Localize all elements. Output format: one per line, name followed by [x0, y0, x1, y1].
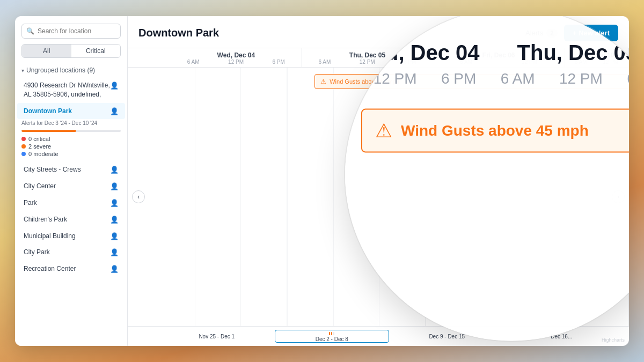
circle-warning-icon: ⚠: [375, 119, 392, 142]
location-name: Park: [24, 198, 110, 208]
progress-bar-fill: [21, 130, 76, 132]
location-name: City Park: [24, 248, 110, 257]
alert-counts: 0 critical 2 severe 0 moderate: [15, 135, 127, 161]
location-name: Children's Park: [24, 215, 110, 224]
mini-range-label: Dec 9 - Dec 15: [429, 334, 465, 339]
user-icon: 👤: [110, 107, 119, 115]
location-item-recreation[interactable]: Recreation Center 👤: [17, 261, 125, 277]
location-name: Recreation Center: [24, 264, 110, 274]
location-item[interactable]: 4930 Research Dr NWntsville, AL 35805-59…: [17, 77, 125, 103]
time-label: 12 PM: [228, 59, 244, 65]
highcharts-credit: Highcharts: [602, 337, 625, 343]
mini-range-label: Dec 2 - Dec 8: [316, 336, 348, 342]
filter-tab-critical[interactable]: Critical: [71, 45, 121, 57]
filter-tab-all[interactable]: All: [22, 45, 71, 57]
alert-count-severe: 2 severe: [21, 143, 121, 150]
mini-range-label: Nov 25 - Dec 1: [199, 334, 235, 339]
user-icon: 👤: [110, 265, 119, 273]
alert-count-critical: 0 critical: [21, 136, 121, 142]
circle-time: 6 PM: [441, 70, 476, 87]
progress-bar: [21, 130, 121, 132]
ungrouped-header[interactable]: ▾ Ungrouped locations (9): [15, 63, 127, 77]
circle-alert-text: Wind Gusts above 45 mph: [401, 122, 589, 139]
circle-date-2: Thu, Dec 05: [517, 40, 629, 64]
user-icon: 👤: [110, 248, 119, 256]
dot-red: [21, 137, 26, 141]
main-content: Downtown Park Alerts 2 + New alert Wed, …: [128, 16, 629, 346]
location-name: City Center: [24, 182, 110, 191]
circle-time: 6 P: [627, 70, 629, 87]
mini-tick: [331, 332, 332, 335]
location-item-childrens-park[interactable]: Children's Park 👤: [17, 211, 125, 228]
user-icon: 👤: [110, 182, 119, 190]
grid-subcol: [195, 68, 241, 326]
time-label: 12 PM: [360, 59, 375, 65]
location-item-city-park[interactable]: City Park 👤: [17, 244, 125, 261]
circle-time: 12 PM: [559, 70, 603, 87]
chevron-down-icon: ▾: [21, 68, 24, 73]
circle-alert-bar: ⚠ Wind Gusts above 45 mph: [361, 108, 629, 152]
location-name-downtown-park: Downtown Park: [24, 107, 110, 116]
location-item-downtown-park[interactable]: Downtown Park 👤: [17, 103, 125, 120]
time-label: 6 PM: [273, 59, 285, 65]
time-label: 6 AM: [187, 59, 200, 65]
grid-col: [149, 68, 288, 326]
alerts-sub: Alerts for Dec 3 '24 - Dec 10 '24: [15, 119, 127, 128]
user-icon: 👤: [110, 82, 119, 90]
user-icon: 👤: [110, 232, 119, 240]
user-icon: 👤: [110, 216, 119, 224]
critical-count-label: 0 critical: [28, 136, 50, 142]
location-item-city-center[interactable]: City Center 👤: [17, 178, 125, 195]
mini-range-nov25[interactable]: Nov 25 - Dec 1: [160, 330, 274, 343]
dot-orange: [21, 144, 26, 149]
filter-tabs: All Critical: [21, 44, 121, 58]
sidebar: 🔍 All Critical ▾ Ungrouped locations (9)…: [15, 16, 128, 346]
search-icon: 🔍: [26, 27, 34, 35]
grid-subcol: [241, 68, 287, 326]
timeline-prev-button[interactable]: ‹: [132, 190, 145, 203]
grid-subcol: [149, 68, 195, 326]
time-sub-wed: 6 AM 12 PM 6 PM: [171, 59, 302, 65]
time-label: 6 AM: [318, 59, 331, 65]
moderate-count-label: 0 moderate: [28, 151, 58, 157]
circle-time-row: 12 PM 6 PM 6 AM 12 PM 6 P: [345, 70, 629, 98]
location-item-city-streets[interactable]: City Streets - Crews 👤: [17, 161, 125, 178]
user-icon: 👤: [110, 166, 119, 174]
day-col-wed: Wed, Dec 04 6 AM 12 PM 6 PM: [171, 48, 302, 67]
dot-blue: [21, 152, 26, 156]
grid-subcol: [288, 68, 334, 326]
alert-count-moderate: 0 moderate: [21, 151, 121, 157]
search-bar[interactable]: 🔍: [21, 24, 121, 39]
location-name: City Streets - Crews: [24, 165, 110, 174]
mini-tick: [333, 332, 334, 335]
mini-range-dec2[interactable]: Dec 2 - Dec 8: [275, 330, 390, 343]
day-label-wed: Wed, Dec 04: [171, 51, 302, 59]
page-title: Downtown Park: [138, 27, 219, 39]
mini-tick: [329, 332, 330, 335]
ungrouped-label: Ungrouped locations (9): [26, 67, 95, 74]
location-item-park[interactable]: Park 👤: [17, 195, 125, 211]
location-name: Municipal Building: [24, 232, 110, 241]
circle-time: 12 PM: [374, 70, 417, 87]
location-name: 4930 Research Dr NWntsville, AL 35805-59…: [24, 81, 110, 99]
search-input[interactable]: [38, 27, 116, 35]
user-icon: 👤: [110, 199, 119, 207]
location-item-municipal[interactable]: Municipal Building 👤: [17, 228, 125, 245]
severe-count-label: 2 severe: [28, 143, 51, 150]
warning-icon: ⚠: [320, 78, 326, 85]
main-window: 🔍 All Critical ▾ Ungrouped locations (9)…: [15, 16, 629, 346]
circle-time: 6 AM: [501, 70, 535, 87]
